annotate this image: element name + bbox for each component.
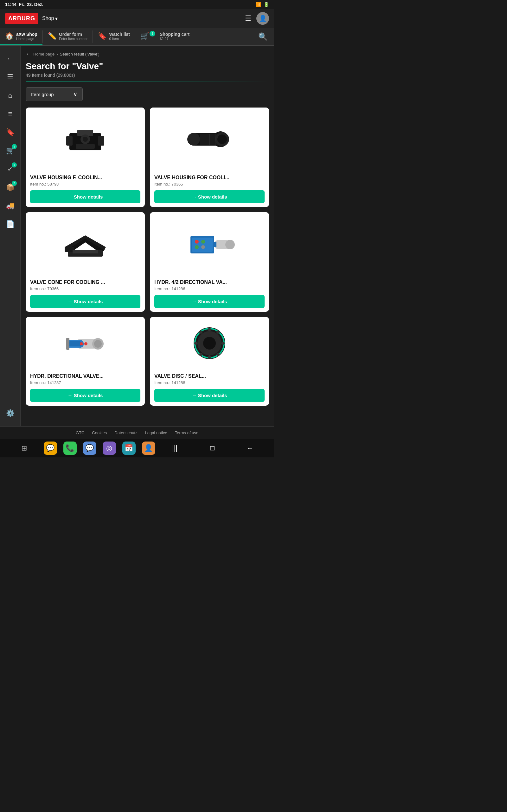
tab-cart[interactable]: 🛒 1 Shopping cart €2.27	[135, 28, 194, 45]
shop-button[interactable]: Shop ▾	[42, 15, 58, 21]
sidebar-item-check[interactable]: ✓ 1	[2, 161, 18, 177]
tab-order[interactable]: ✏️ Order form Enter item number	[43, 28, 93, 45]
app-viber[interactable]: ◎	[103, 442, 116, 455]
sidebar-item-bookmark[interactable]: 🔖	[2, 124, 18, 140]
svg-rect-6	[76, 144, 95, 149]
nav-tabs: 🏠 aXw Shop Home page ✏️ Order form Enter…	[0, 28, 274, 46]
tab-order-sub: Enter item number	[59, 37, 88, 41]
sidebar-item-settings[interactable]: ⚙️	[2, 405, 18, 421]
tab-watchlist[interactable]: 🔖 Watch list 0 Item	[93, 28, 135, 45]
system-nav-square[interactable]: □	[193, 444, 231, 452]
sidebar-item-truck[interactable]: 🚚	[2, 198, 18, 214]
hamburger-icon[interactable]: ☰	[245, 14, 251, 22]
user-avatar[interactable]: 👤	[257, 12, 269, 25]
product-itemno-3: Item no.: 70366	[30, 287, 140, 291]
app-phone[interactable]: 📞	[63, 442, 77, 455]
search-count: 49 Items found (29.806s)	[26, 72, 269, 78]
product-name-1: VALVE HOUSING F. COOLIN...	[30, 175, 140, 181]
products-grid: VALVE HOUSING F. COOLIN... Item no.: 587…	[26, 107, 269, 406]
valve-housing-img-2	[184, 115, 235, 163]
sidebar-item-orders[interactable]: ≡	[2, 106, 18, 122]
battery-icon: 🔋	[264, 2, 269, 7]
svg-rect-2	[98, 136, 104, 146]
svg-point-27	[225, 240, 235, 249]
product-image-6	[150, 317, 269, 369]
app-contacts[interactable]: 👤	[142, 442, 155, 455]
svg-point-42	[208, 328, 211, 331]
order-icon: ✏️	[48, 32, 56, 40]
app-calendar[interactable]: 📅	[122, 442, 135, 455]
show-details-btn-3[interactable]: → Show details	[30, 295, 140, 308]
valve-housing-img-1	[60, 115, 111, 163]
product-info-1: VALVE HOUSING F. COOLIN... Item no.: 587…	[26, 171, 145, 207]
product-info-3: VALVE CONE FOR COOLING ... Item no.: 703…	[26, 275, 145, 312]
svg-point-49	[199, 353, 203, 356]
sidebar-box-badge: 5	[12, 181, 17, 186]
tab-home-label: aXw Shop	[16, 32, 38, 37]
show-details-btn-4[interactable]: → Show details	[154, 295, 265, 308]
footer-gtc[interactable]: GTC	[76, 430, 84, 435]
show-details-btn-2[interactable]: → Show details	[154, 190, 265, 203]
product-name-4: HYDR. 4/2 DIRECTIONAL VA...	[154, 280, 265, 285]
tab-home[interactable]: 🏠 aXw Shop Home page	[0, 28, 43, 45]
tab-cart-sub: €2.27	[160, 37, 189, 41]
system-grid-btn[interactable]: ⊞	[5, 444, 43, 452]
svg-point-45	[222, 342, 225, 345]
product-info-2: VALVE HOUSING FOR COOLI... Item no.: 703…	[150, 171, 269, 207]
home-icon: 🏠	[5, 32, 14, 40]
search-icon: 🔍	[258, 32, 268, 41]
product-image-3	[26, 212, 145, 275]
svg-rect-28	[213, 242, 216, 247]
item-group-label: Item group	[31, 92, 54, 97]
footer-legal[interactable]: Legal notice	[145, 430, 167, 435]
show-details-btn-6[interactable]: → Show details	[154, 389, 265, 402]
sidebar-item-back[interactable]: ←	[2, 51, 18, 67]
sidebar-item-doc[interactable]: 📄	[2, 216, 18, 232]
sidebar: ← ☰ ⌂ ≡ 🔖 🛒 1 ✓ 1 📦 5 🚚 📄 ⚙️	[0, 46, 20, 426]
product-image-2	[150, 107, 269, 171]
tab-cart-label: Shopping cart	[160, 32, 189, 37]
svg-point-35	[94, 340, 102, 348]
footer-terms[interactable]: Terms of use	[175, 430, 199, 435]
system-nav-lines[interactable]: |||	[156, 444, 193, 452]
footer-datenschutz[interactable]: Datenschutz	[114, 430, 137, 435]
tab-order-label: Order form	[59, 32, 88, 37]
product-itemno-1: Item no.: 58793	[30, 182, 140, 187]
top-nav: ARBURG Shop ▾ ☰ 👤	[0, 9, 274, 28]
system-nav-back[interactable]: ←	[231, 444, 269, 452]
svg-point-40	[203, 337, 216, 350]
status-time: 11:44 Fr., 23. Dez.	[5, 2, 43, 7]
sidebar-item-box[interactable]: 📦 5	[2, 180, 18, 195]
search-button[interactable]: 🔍	[252, 28, 274, 45]
app-messages[interactable]: 💬	[44, 442, 57, 455]
product-itemno-5: Item no.: 141287	[30, 380, 140, 385]
main-layout: ← ☰ ⌂ ≡ 🔖 🛒 1 ✓ 1 📦 5 🚚 📄 ⚙️ ← Home page…	[0, 46, 274, 426]
sidebar-item-home[interactable]: ⌂	[2, 88, 18, 103]
svg-point-22	[195, 240, 199, 244]
footer-cookies[interactable]: Cookies	[92, 430, 107, 435]
show-details-btn-1[interactable]: → Show details	[30, 190, 140, 203]
sidebar-item-menu[interactable]: ☰	[2, 69, 18, 85]
product-card-6: VALVE DISC / SEAL... Item no.: 141288 → …	[150, 317, 269, 406]
breadcrumb-back[interactable]: ←	[26, 51, 32, 57]
product-info-4: HYDR. 4/2 DIRECTIONAL VA... Item no.: 14…	[150, 275, 269, 312]
show-details-btn-5[interactable]: → Show details	[30, 389, 140, 402]
directional-valve-img-2	[60, 319, 111, 367]
product-name-6: VALVE DISC / SEAL...	[154, 373, 265, 379]
product-itemno-6: Item no.: 141288	[154, 380, 265, 385]
breadcrumb-home[interactable]: Home page	[33, 52, 55, 56]
tab-watchlist-label: Watch list	[109, 32, 130, 37]
breadcrumb-separator: ›	[56, 52, 58, 56]
product-name-5: HYDR. DIRECTIONAL VALVE...	[30, 373, 140, 379]
item-group-dropdown[interactable]: Item group ∨	[26, 87, 83, 101]
svg-point-44	[194, 342, 198, 345]
content-area: ← Home page › Search result ('Valve') Se…	[20, 46, 274, 426]
tab-watchlist-sub: 0 Item	[109, 37, 130, 41]
status-bar: 11:44 Fr., 23. Dez. 📶 🔋	[0, 0, 274, 9]
app-chat[interactable]: 💬	[83, 442, 96, 455]
sidebar-item-cart[interactable]: 🛒 1	[2, 143, 18, 159]
svg-point-33	[84, 342, 88, 345]
svg-point-32	[80, 342, 83, 345]
valve-cone-img	[60, 220, 111, 268]
svg-point-46	[216, 331, 220, 334]
